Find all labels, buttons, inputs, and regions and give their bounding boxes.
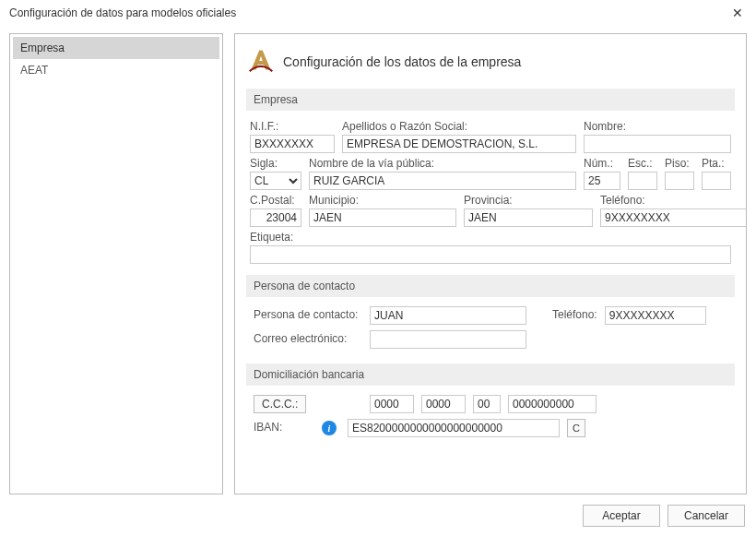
sidebar-item-empresa[interactable]: Empresa [13, 37, 219, 59]
title-bar: Configuración de datos para modelos ofic… [0, 0, 756, 26]
accept-button[interactable]: Aceptar [583, 505, 660, 527]
aeat-logo-icon [248, 47, 274, 76]
sigla-select[interactable]: CL [250, 172, 301, 190]
window-title: Configuración de datos para modelos ofic… [9, 6, 236, 19]
nif-input[interactable] [250, 135, 335, 153]
municipio-label: Municipio: [309, 194, 456, 207]
persona-label: Persona de contacto: [254, 308, 362, 321]
razon-input[interactable] [342, 135, 576, 153]
content-area: Empresa AEAT Configuración de los datos … [0, 26, 756, 494]
esc-label: Esc.: [628, 157, 657, 170]
ccc-dc-input[interactable] [473, 395, 501, 413]
banco-form: C.C.C.: IBAN: i C [246, 393, 735, 452]
sidebar-item-aeat[interactable]: AEAT [13, 59, 219, 81]
section-header-banco: Domiciliación bancaria [246, 363, 735, 386]
nombre-input[interactable] [584, 135, 731, 153]
main-panel: Configuración de los datos de la empresa… [234, 33, 747, 494]
pta-input[interactable] [702, 172, 731, 190]
empresa-form: N.I.F.: Apellidos o Razón Social: Nombre… [246, 118, 735, 275]
iban-label: IBAN: [254, 421, 314, 434]
contacto-telefono-input[interactable] [605, 306, 706, 325]
municipio-input[interactable] [309, 208, 456, 227]
persona-input[interactable] [370, 306, 526, 325]
correo-label: Correo electrónico: [254, 332, 362, 345]
correo-input[interactable] [370, 330, 526, 349]
close-icon[interactable]: ✕ [728, 6, 747, 20]
esc-input[interactable] [628, 172, 657, 190]
nombre-label: Nombre: [584, 120, 731, 133]
contacto-form: Persona de contacto: Teléfono: Correo el… [246, 304, 735, 363]
sidebar-item-label: Empresa [20, 42, 65, 54]
ccc-bank-input[interactable] [370, 395, 414, 413]
panel-header: Configuración de los datos de la empresa [246, 43, 735, 89]
provincia-input[interactable] [464, 208, 593, 227]
via-label: Nombre de la vía pública: [309, 157, 576, 170]
panel-title: Configuración de los datos de la empresa [283, 54, 521, 69]
piso-input[interactable] [665, 172, 694, 190]
etiqueta-input[interactable] [250, 245, 731, 264]
sidebar: Empresa AEAT [9, 33, 223, 494]
ccc-branch-input[interactable] [421, 395, 466, 413]
num-input[interactable] [584, 172, 620, 190]
ccc-account-input[interactable] [508, 395, 597, 413]
cpostal-input[interactable] [250, 208, 301, 227]
nif-label: N.I.F.: [250, 120, 335, 133]
sidebar-item-label: AEAT [20, 64, 48, 77]
via-input[interactable] [309, 172, 576, 190]
razon-label: Apellidos o Razón Social: [342, 120, 576, 133]
num-label: Núm.: [584, 157, 620, 170]
iban-input[interactable] [348, 419, 560, 437]
telefono-input[interactable] [600, 208, 747, 227]
cancel-button[interactable]: Cancelar [667, 505, 745, 527]
ccc-button[interactable]: C.C.C.: [254, 395, 306, 413]
piso-label: Piso: [665, 157, 694, 170]
iban-check-button[interactable]: C [567, 419, 585, 437]
pta-label: Pta.: [702, 157, 731, 170]
etiqueta-label: Etiqueta: [250, 231, 731, 244]
telefono-label: Teléfono: [600, 194, 747, 207]
sigla-label: Sigla: [250, 157, 301, 170]
provincia-label: Provincia: [464, 194, 593, 207]
contacto-telefono-label: Teléfono: [552, 308, 597, 321]
dialog-footer: Aceptar Cancelar [583, 505, 745, 527]
section-header-empresa: Empresa [246, 89, 735, 111]
section-header-contacto: Persona de contacto [246, 275, 735, 297]
info-icon[interactable]: i [322, 421, 337, 435]
cpostal-label: C.Postal: [250, 194, 301, 207]
